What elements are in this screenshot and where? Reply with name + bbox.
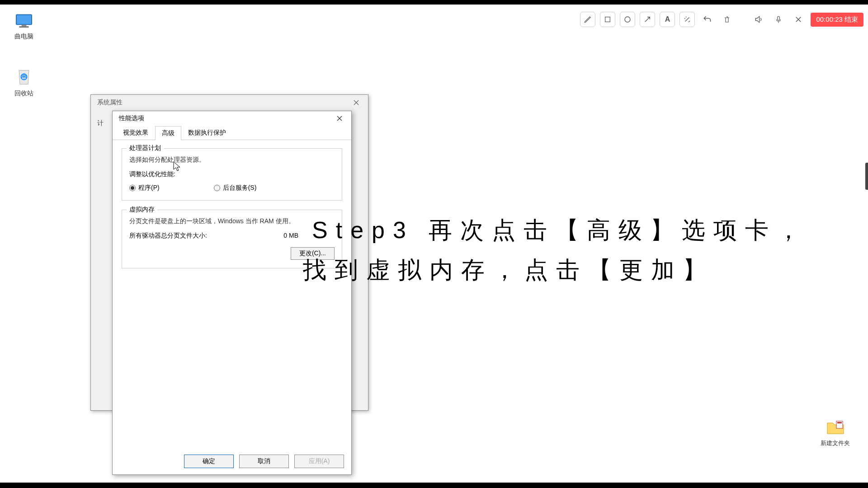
close-toolbar-button[interactable] [791,12,806,27]
circle-icon [623,15,632,23]
close-dialog1-button[interactable] [347,96,365,109]
tab-dep[interactable]: 数据执行保护 [181,126,233,140]
close-icon [337,116,342,121]
radio-dot-icon [129,185,136,191]
square-icon [604,16,611,23]
volume-button[interactable] [751,12,766,27]
svg-rect-1 [17,15,31,24]
close-dialog2-button[interactable] [330,112,349,125]
folder-icon [826,419,844,436]
svg-rect-3 [19,26,29,28]
mouse-cursor-icon [173,161,181,172]
computer-icon [14,13,33,29]
adjust-label: 调整以优化性能: [129,170,335,178]
radio-background-services[interactable]: 后台服务(S) [214,184,257,192]
pen-tool-button[interactable] [580,12,595,27]
close-icon [794,15,802,23]
group-description: 选择如何分配处理器资源。 [129,156,335,164]
undo-button[interactable] [699,12,715,27]
speaker-icon [754,15,763,24]
close-icon [354,100,359,105]
desktop-icon-newfolder[interactable]: 新建文件夹 [821,419,850,447]
svg-rect-6 [837,422,842,423]
processor-scheduling-group: 处理器计划 选择如何分配处理器资源。 调整以优化性能: 程序(P) 后台服务(S… [122,148,342,201]
recorder-toolbar: A 00:00:23 结束 [580,12,863,27]
mic-icon [774,15,783,24]
desktop-icon-label: 回收站 [8,89,40,98]
radio-dot-icon [214,185,220,191]
right-edge-handle[interactable] [865,163,868,190]
desktop-icon-label: 曲电脑 [8,33,40,41]
cancel-button[interactable]: 取消 [239,455,289,468]
arrow-icon [643,15,651,23]
tabs: 视觉效果 高级 数据执行保护 [113,126,351,140]
circle-tool-button[interactable] [620,12,635,27]
annotation-line-2: 找到虚拟内存，点击【更加】 [303,250,808,290]
text-a-icon: A [665,15,670,23]
total-paging-label: 所有驱动器总分页文件大小: [129,232,207,240]
text-tool-button[interactable]: A [660,12,675,27]
handwritten-annotation: Step3 再次点击【高级】选项卡， 找到虚拟内存，点击【更加】 [312,210,808,290]
tab-visual-effects[interactable]: 视觉效果 [116,126,155,140]
wand-icon [683,15,691,23]
group-legend: 虚拟内存 [127,206,157,214]
svg-rect-7 [605,17,610,22]
dialog-title: 性能选项 [119,114,144,122]
apply-button[interactable]: 应用(A) [294,455,344,468]
arrow-tool-button[interactable] [640,12,655,27]
desktop-icon-computer[interactable]: 曲电脑 [8,13,40,41]
pen-icon [584,15,592,23]
rect-tool-button[interactable] [600,12,615,27]
radio-programs[interactable]: 程序(P) [129,184,160,192]
desktop-icon-recycle[interactable]: 回收站 [8,68,40,98]
delete-button[interactable] [719,12,735,27]
trash-icon [723,15,731,24]
total-paging-value: 0 MB [283,232,298,240]
undo-icon [703,15,712,24]
svg-rect-9 [778,16,780,20]
ok-button[interactable]: 确定 [184,455,234,468]
svg-point-8 [625,17,630,22]
desktop-icon-label: 新建文件夹 [821,439,850,447]
mic-button[interactable] [771,12,786,27]
recycle-bin-icon [15,68,33,86]
radio-label: 后台服务(S) [223,184,257,192]
magic-tool-button[interactable] [679,12,695,27]
group-description: 分页文件是硬盘上的一块区域，Windows 当作 RAM 使用。 [129,217,335,225]
dialog-title: 系统属性 [97,99,123,107]
performance-options-dialog: 性能选项 视觉效果 高级 数据执行保护 处理器计划 选择如何分配处理器资源。 调… [112,111,352,475]
radio-label: 程序(P) [138,184,160,192]
svg-rect-2 [22,25,27,27]
tab-advanced[interactable]: 高级 [155,126,181,140]
record-stop-button[interactable]: 00:00:23 结束 [811,13,863,27]
annotation-line-1: Step3 再次点击【高级】选项卡， [312,210,808,250]
group-legend: 处理器计划 [127,144,164,152]
